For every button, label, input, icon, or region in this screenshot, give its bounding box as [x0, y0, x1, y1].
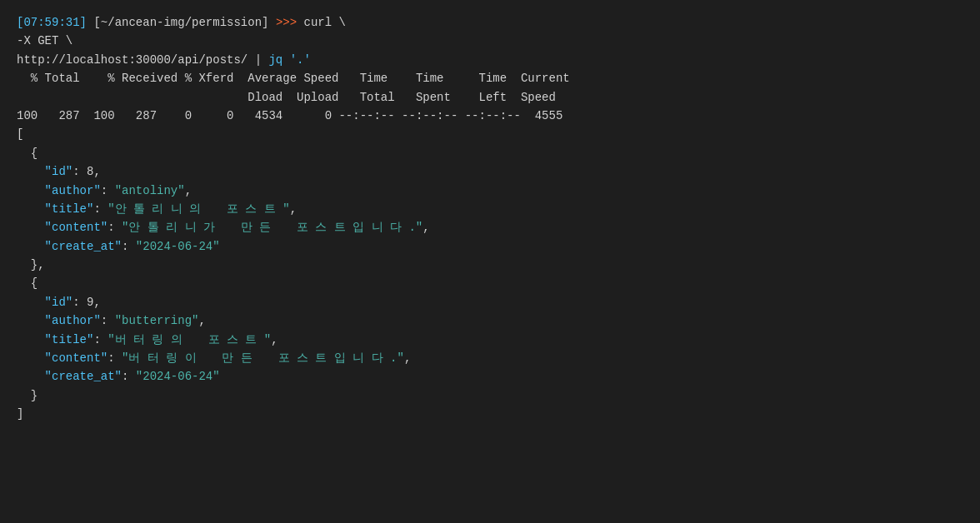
curl-stats-data: 100 287 100 287 0 0 4534 0 --:--:-- --:-…: [17, 107, 963, 125]
json-item-1-content: "content": "안 톨 리 니 가 만 든 포 스 트 입 니 다 ."…: [17, 218, 963, 237]
json-item-2-open: {: [17, 274, 963, 292]
json-item-1-title: "title": "안 톨 리 니 의 포 스 트 ",: [17, 200, 963, 218]
curl-stats-header: % Total % Received % Xferd Average Speed…: [17, 69, 963, 87]
json-open-bracket: [: [17, 125, 963, 143]
curl-stats-subheader: Dload Upload Total Spent Left Speed: [17, 88, 963, 107]
command-part2: -X GET \: [17, 34, 72, 47]
json-item-2-id: "id": 9,: [17, 293, 963, 311]
jq-command: jq '.': [268, 53, 310, 67]
json-item-1-id: "id": 8,: [17, 162, 963, 181]
json-item-2-close: }: [17, 386, 963, 405]
json-item-1-close: },: [17, 256, 963, 274]
json-item-1-open: {: [17, 144, 963, 162]
json-close-bracket: ]: [17, 405, 963, 423]
json-item-1-createat: "create_at": "2024-06-24": [17, 237, 963, 256]
prompt-line-3: http://localhost:30000/api/posts/ | jq '…: [17, 51, 963, 69]
prompt-arrows: >>>: [276, 16, 297, 29]
json-item-2-createat: "create_at": "2024-06-24": [17, 367, 963, 386]
prompt-line-1: ​[07:59:31] [~/ancean-img/permission] >>…: [17, 13, 963, 32]
terminal-window: ​[07:59:31] [~/ancean-img/permission] >>…: [17, 13, 963, 424]
prompt-arrows-space: [268, 16, 275, 29]
json-item-2-title: "title": "버 터 링 의 포 스 트 ",: [17, 331, 963, 349]
url-part: http://localhost:30000/api/posts/: [17, 53, 248, 67]
prompt-time: [07:59:31]: [17, 16, 87, 29]
prompt-command-1: curl \: [297, 16, 346, 29]
json-item-2-content: "content": "버 터 링 이 만 든 포 스 트 입 니 다 .",: [17, 349, 963, 367]
prompt-path: [~/ancean-img/permission]: [87, 16, 268, 29]
json-item-2-author: "author": "butterring",: [17, 311, 963, 330]
pipe: |: [248, 53, 268, 67]
json-item-1-author: "author": "antoliny",: [17, 182, 963, 200]
prompt-line-2: -X GET \: [17, 32, 963, 50]
